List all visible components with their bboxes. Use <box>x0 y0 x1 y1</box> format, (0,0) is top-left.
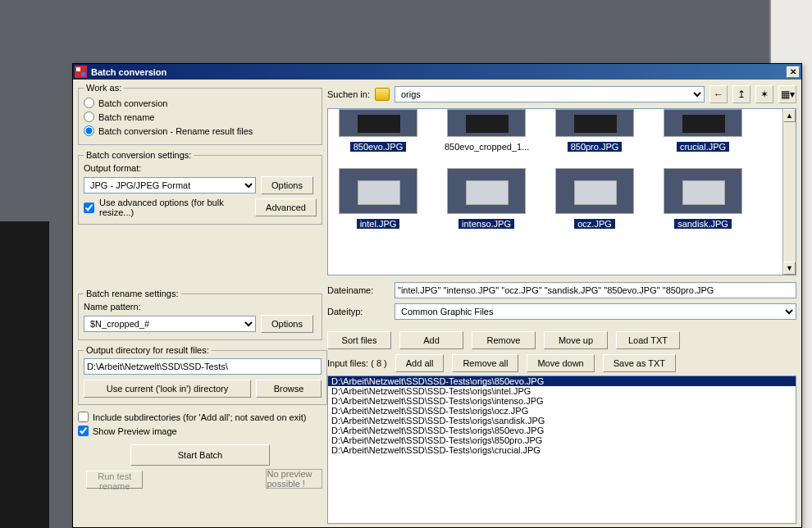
radio-batch-conversion-rename-label: Batch conversion - Rename result files <box>98 126 253 136</box>
advanced-button[interactable]: Advanced <box>255 198 317 216</box>
file-list-item[interactable]: D:\Arbeit\Netzwelt\SSD\SSD-Tests\origs\i… <box>328 396 796 406</box>
radio-batch-conversion-rename[interactable] <box>84 125 94 136</box>
use-current-dir-button[interactable]: Use current ('look in') directory <box>84 380 251 398</box>
thumbnail-image <box>664 168 742 214</box>
output-format-select[interactable]: JPG - JPG/JPEG Format <box>84 177 256 193</box>
file-list-item[interactable]: D:\Arbeit\Netzwelt\SSD\SSD-Tests\origs\8… <box>328 376 796 386</box>
preview-pane: No preview possible ! <box>266 469 322 489</box>
file-browser[interactable]: 850evo.JPG850evo_cropped_1...850pro.JPGc… <box>327 108 796 275</box>
new-folder-icon[interactable]: ✶ <box>755 85 773 103</box>
radio-batch-rename-label: Batch rename <box>98 112 154 122</box>
file-thumbnail[interactable]: 850evo_cropped_1... <box>441 109 531 152</box>
thumbnail-image <box>339 168 417 214</box>
file-thumbnail[interactable]: intenso.JPG <box>441 168 531 229</box>
radio-batch-rename[interactable] <box>84 112 94 122</box>
thumbnail-image <box>555 168 634 214</box>
filename-input[interactable] <box>395 282 796 298</box>
thumbnail-filename: 850evo_cropped_1... <box>441 142 532 152</box>
use-advanced-label: Use advanced options (for bulk resize...… <box>99 198 250 217</box>
thumbnail-filename: 850pro.JPG <box>568 142 623 152</box>
thumbnail-filename: intenso.JPG <box>458 219 514 229</box>
batch-conversion-window: Batch conversion ✕ Work as: Batch conver… <box>72 63 802 528</box>
thumbnail-image <box>447 168 526 214</box>
work-as-legend: Work as: <box>84 83 124 93</box>
load-txt-button[interactable]: Load TXT <box>616 331 680 349</box>
file-list-item[interactable]: D:\Arbeit\Netzwelt\SSD\SSD-Tests\origs\i… <box>328 386 796 396</box>
file-list-item[interactable]: D:\Arbeit\Netzwelt\SSD\SSD-Tests\origs\o… <box>328 406 796 416</box>
window-title: Batch conversion <box>91 67 167 77</box>
file-thumbnail[interactable]: 850pro.JPG <box>550 109 640 152</box>
file-list-item[interactable]: D:\Arbeit\Netzwelt\SSD\SSD-Tests\origs\c… <box>328 445 796 455</box>
filename-label: Dateiname: <box>327 285 385 295</box>
scrollbar-vertical[interactable]: ▲ ▼ <box>782 109 796 275</box>
thumbnail-filename: 850evo.JPG <box>350 142 407 152</box>
conversion-settings-legend: Batch conversion settings: <box>84 150 194 160</box>
thumbnail-filename: intel.JPG <box>357 219 400 229</box>
radio-batch-conversion[interactable] <box>84 98 94 108</box>
output-format-label: Output format: <box>84 163 317 173</box>
file-thumbnail[interactable]: ocz.JPG <box>550 168 640 229</box>
add-all-button[interactable]: Add all <box>395 354 445 372</box>
thumbnail-image <box>339 109 417 137</box>
name-pattern-label: Name pattern: <box>84 302 317 312</box>
output-dir-legend: Output directory for result files: <box>84 345 212 355</box>
look-in-select[interactable]: origs <box>395 86 705 102</box>
output-dir-group: Output directory for result files: Use c… <box>78 345 327 405</box>
start-batch-button[interactable]: Start Batch <box>130 444 270 466</box>
file-thumbnail[interactable]: 850evo.JPG <box>333 109 423 152</box>
conversion-settings-group: Batch conversion settings: Output format… <box>78 150 322 225</box>
app-icon <box>75 66 87 78</box>
input-files-list[interactable]: D:\Arbeit\Netzwelt\SSD\SSD-Tests\origs\8… <box>327 376 796 524</box>
add-button[interactable]: Add <box>399 331 463 349</box>
titlebar[interactable]: Batch conversion ✕ <box>73 64 801 80</box>
preview-message: No preview possible ! <box>267 469 322 489</box>
filetype-label: Dateityp: <box>327 307 385 316</box>
use-advanced-checkbox[interactable] <box>84 203 94 213</box>
show-preview-checkbox[interactable] <box>78 426 89 436</box>
run-test-rename-button[interactable]: Run test rename <box>86 471 143 489</box>
rename-options-button[interactable]: Options <box>261 315 313 333</box>
rename-settings-legend: Batch rename settings: <box>84 289 181 298</box>
sort-files-button[interactable]: Sort files <box>327 331 391 349</box>
name-pattern-select[interactable]: $N_cropped_# <box>84 316 256 332</box>
views-icon[interactable]: ▦▾ <box>778 85 796 103</box>
thumbnail-image <box>447 109 526 137</box>
up-icon[interactable]: ↥ <box>732 85 750 103</box>
thumbnail-image <box>555 109 634 137</box>
thumbnail-filename: sandisk.JPG <box>674 219 732 229</box>
radio-batch-conversion-label: Batch conversion <box>98 98 167 108</box>
scroll-up-icon[interactable]: ▲ <box>783 109 796 122</box>
file-thumbnail[interactable]: intel.JPG <box>333 168 423 229</box>
include-subdirs-checkbox[interactable] <box>78 412 89 422</box>
thumbnail-filename: ocz.JPG <box>574 219 615 229</box>
file-list-item[interactable]: D:\Arbeit\Netzwelt\SSD\SSD-Tests\origs\8… <box>328 435 796 445</box>
input-files-label: Input files: ( 8 ) <box>327 358 387 368</box>
move-up-button[interactable]: Move up <box>544 331 608 349</box>
filetype-select[interactable]: Common Graphic Files <box>395 303 796 320</box>
file-thumbnail[interactable]: sandisk.JPG <box>658 168 748 229</box>
browse-button[interactable]: Browse <box>256 380 322 398</box>
include-subdirs-label: Include subdirectories (for 'Add all'; n… <box>93 412 306 422</box>
remove-all-button[interactable]: Remove all <box>452 354 518 372</box>
save-txt-button[interactable]: Save as TXT <box>603 354 676 372</box>
output-dir-input[interactable] <box>84 358 322 375</box>
move-down-button[interactable]: Move down <box>527 354 594 372</box>
file-list-item[interactable]: D:\Arbeit\Netzwelt\SSD\SSD-Tests\origs\8… <box>328 426 796 435</box>
thumbnail-image <box>664 109 742 137</box>
close-button[interactable]: ✕ <box>787 66 800 78</box>
thumbnail-filename: crucial.JPG <box>677 142 729 152</box>
work-as-group: Work as: Batch conversion Batch rename B… <box>78 83 322 145</box>
rename-settings-group: Batch rename settings: Name pattern: $N_… <box>78 289 322 340</box>
remove-button[interactable]: Remove <box>472 331 536 349</box>
folder-icon <box>375 88 390 101</box>
show-preview-label: Show Preview image <box>93 426 177 436</box>
back-icon[interactable]: ← <box>709 85 728 103</box>
format-options-button[interactable]: Options <box>261 176 313 194</box>
scroll-down-icon[interactable]: ▼ <box>783 262 796 275</box>
look-in-label: Suchen in: <box>327 89 370 99</box>
file-list-item[interactable]: D:\Arbeit\Netzwelt\SSD\SSD-Tests\origs\s… <box>328 416 796 426</box>
file-thumbnail[interactable]: crucial.JPG <box>658 109 748 152</box>
